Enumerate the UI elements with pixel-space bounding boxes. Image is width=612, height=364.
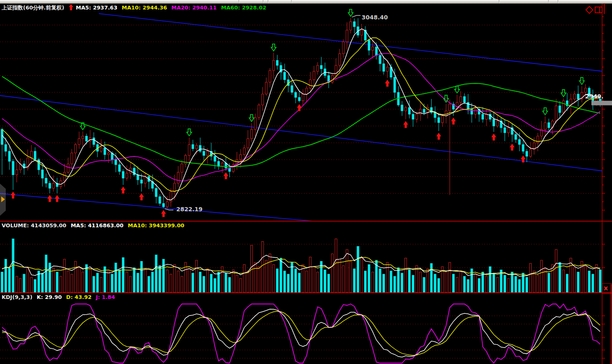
kdj-gridlines xyxy=(0,316,601,358)
kdj-j-label: J: 1.84 xyxy=(96,294,115,300)
buy-signal-arrow xyxy=(139,193,144,200)
main-price-chart[interactable] xyxy=(0,3,612,222)
ma20-value-label: MA20: 2940.11 xyxy=(171,5,217,11)
up-arrow-icon xyxy=(68,4,74,10)
buy-signal-arrow xyxy=(491,133,496,140)
main-chart-header: 上证指数(60分钟.前复权) MA5: 2937.63 MA10: 2944.3… xyxy=(2,4,269,12)
ma60-value-label: MA60: 2928.02 xyxy=(221,5,266,11)
kdj-header: KDJ(9,3,3) K: 29.90 D: 43.92 J: 1.84 xyxy=(2,294,117,300)
symbol-period-label: 上证指数(60分钟.前复权) xyxy=(2,5,64,11)
kdj-chart[interactable] xyxy=(0,293,612,364)
toolbar-separator xyxy=(558,0,558,3)
buy-signal-arrow xyxy=(451,117,456,124)
right-edge-border xyxy=(611,284,612,364)
volume-ma10-label: MA10: 3943399.00 xyxy=(128,222,184,229)
trendlines xyxy=(0,14,602,222)
last-price-badge xyxy=(591,101,612,105)
buy-signal-arrow xyxy=(161,210,166,217)
sell-signal-arrow xyxy=(455,86,460,93)
sell-signal-arrow xyxy=(543,108,548,115)
buy-signal-arrow xyxy=(297,104,302,111)
volume-header: VOLUME: 4143059.00 MA5: 4116863.00 MA10:… xyxy=(2,222,187,229)
buy-signal-arrow xyxy=(436,133,441,140)
sell-signal-arrow xyxy=(561,90,566,97)
toolbar-separator xyxy=(263,0,264,3)
kdj-axis xyxy=(602,293,605,364)
ma10-value-label: MA10: 2944.36 xyxy=(122,5,167,11)
sell-signal-arrow xyxy=(187,129,192,136)
toolbar-separator xyxy=(268,0,269,3)
annotation-pointers xyxy=(165,16,612,210)
expand-arrow-icon xyxy=(1,196,5,202)
buy-signal-arrow xyxy=(224,172,229,179)
price-axis xyxy=(602,3,605,222)
volume-ma5-label: MA5: 4116863.00 xyxy=(71,222,124,229)
buy-signal-arrow xyxy=(47,195,52,202)
kdj-k-label: K: 29.90 xyxy=(37,294,62,300)
indicator-close-label: X xyxy=(604,285,608,292)
price-gridlines xyxy=(0,25,601,194)
buy-signal-arrow xyxy=(509,144,514,151)
volume-ma10-line xyxy=(2,257,600,275)
last-price-annotation: 2949. xyxy=(585,93,603,100)
pane-divider-main-volume xyxy=(0,221,612,222)
sell-signal-arrow xyxy=(579,77,584,84)
split-window-icon-divider xyxy=(599,7,600,12)
toolbar-separator xyxy=(291,0,292,3)
split-window-icon[interactable] xyxy=(595,7,603,13)
kdj-title-label: KDJ(9,3,3) xyxy=(2,294,33,300)
buy-signal-arrow xyxy=(11,191,16,198)
volume-axis xyxy=(602,222,605,293)
buy-signal-arrow xyxy=(385,80,390,87)
sell-signal-arrow xyxy=(348,9,353,16)
trading-app-window: { "main": { "title": "上证指数(60分钟.前复权)", "… xyxy=(0,0,612,364)
signal-arrows xyxy=(11,9,584,217)
ma5-line xyxy=(2,29,600,200)
volume-gridlines xyxy=(0,244,601,268)
buy-signal-arrow xyxy=(403,121,408,128)
high-price-annotation: 3048.40 xyxy=(362,14,388,21)
volume-ma5-line xyxy=(2,253,600,276)
low-price-annotation: 2822.19 xyxy=(176,206,203,212)
toolbar-separator xyxy=(499,0,500,3)
kdj-j-line xyxy=(2,304,600,363)
ma5-value-label: MA5: 2937.63 xyxy=(76,5,117,11)
toolbar-separator xyxy=(238,0,239,3)
volume-chart[interactable] xyxy=(0,222,612,293)
kdj-d-label: D: 43.92 xyxy=(66,294,92,300)
sidebar-expand-handle[interactable] xyxy=(0,184,6,216)
volume-value-label: VOLUME: 4143059.00 xyxy=(2,222,66,229)
sell-signal-arrow xyxy=(249,114,254,121)
top-toolbar-strip[interactable] xyxy=(0,0,612,4)
ma20-line xyxy=(2,54,600,181)
toolbar-separator xyxy=(548,0,549,3)
sell-signal-arrow xyxy=(271,44,276,51)
pane-divider-volume-kdj xyxy=(0,292,612,293)
header-right-separator xyxy=(604,3,605,14)
buy-signal-arrow xyxy=(55,195,60,202)
candlesticks xyxy=(1,18,601,209)
buy-signal-arrow xyxy=(121,187,126,194)
